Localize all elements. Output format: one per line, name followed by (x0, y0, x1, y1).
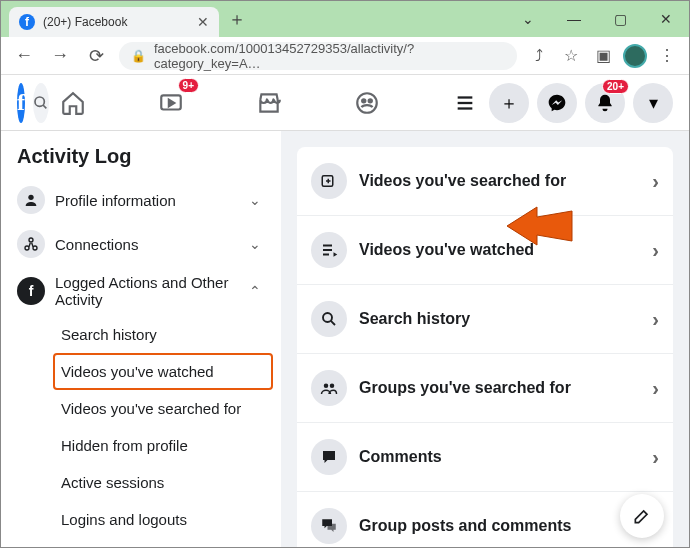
chevron-right-icon: › (652, 446, 659, 469)
watch-badge: 9+ (178, 78, 199, 93)
row-label: Videos you've searched for (359, 172, 640, 190)
notifications-bell-icon[interactable]: 20+ (585, 83, 625, 123)
messenger-icon[interactable] (537, 83, 577, 123)
groups-icon[interactable] (343, 82, 391, 124)
chevron-down-icon: ⌄ (245, 236, 265, 252)
window-close-button[interactable]: ✕ (643, 1, 689, 37)
row-groups-searched[interactable]: Groups you've searched for › (297, 354, 673, 423)
svg-line-1 (43, 105, 46, 108)
favicon-facebook: f (19, 14, 35, 30)
sidebar: Activity Log Profile information ⌄ Conne… (1, 131, 281, 548)
sidebar-item-profile-info[interactable]: Profile information ⌄ (9, 178, 273, 222)
nav-forward-button[interactable]: → (47, 43, 73, 69)
sidebar-sub-groups-searched[interactable]: Groups you've searched for (53, 538, 273, 548)
connections-icon (17, 230, 45, 258)
people-icon (311, 370, 347, 406)
svg-point-5 (369, 99, 372, 102)
marketplace-icon[interactable] (245, 82, 293, 124)
row-label: Search history (359, 310, 640, 328)
svg-point-11 (33, 246, 37, 250)
bookmark-star-icon[interactable]: ☆ (559, 44, 583, 68)
sidebar-sub-videos-watched[interactable]: Videos you've watched (53, 353, 273, 390)
svg-point-14 (323, 313, 332, 322)
row-label: Comments (359, 448, 640, 466)
extension-icon[interactable]: ▣ (591, 44, 615, 68)
row-label: Group posts and comments (359, 517, 640, 535)
window-dropdown-icon[interactable]: ⌄ (505, 1, 551, 37)
row-videos-searched[interactable]: Videos you've searched for › (297, 147, 673, 216)
sidebar-sub-search-history[interactable]: Search history (53, 316, 273, 353)
hamburger-menu-icon[interactable] (441, 82, 489, 124)
fb-search-button[interactable] (33, 83, 49, 123)
nav-reload-button[interactable]: ⟳ (83, 43, 109, 69)
lock-icon: 🔒 (131, 49, 146, 63)
svg-point-9 (28, 195, 33, 200)
activity-list-card: Videos you've searched for › Videos you'… (297, 147, 673, 548)
url-text: facebook.com/100013452729353/allactivity… (154, 41, 505, 71)
sidebar-sub-active-sessions[interactable]: Active sessions (53, 464, 273, 501)
sidebar-item-connections[interactable]: Connections ⌄ (9, 222, 273, 266)
sidebar-sub-hidden-profile[interactable]: Hidden from profile (53, 427, 273, 464)
chevron-right-icon: › (652, 308, 659, 331)
omnibox[interactable]: 🔒 facebook.com/100013452729353/allactivi… (119, 42, 517, 70)
sidebar-item-label: Logged Actions and Other Activity (55, 274, 235, 308)
svg-point-16 (324, 384, 329, 389)
chat-bubble-icon (311, 439, 347, 475)
main-panel: Videos you've searched for › Videos you'… (281, 131, 689, 548)
share-icon[interactable]: ⤴ (527, 44, 551, 68)
browser-menu-icon[interactable]: ⋮ (655, 44, 679, 68)
video-add-icon (311, 163, 347, 199)
tab-close-icon[interactable]: ✕ (197, 14, 209, 30)
svg-line-15 (331, 321, 335, 325)
page-title: Activity Log (9, 141, 273, 178)
create-plus-button[interactable]: ＋ (489, 83, 529, 123)
sidebar-item-label: Profile information (55, 192, 235, 209)
row-group-posts[interactable]: Group posts and comments › (297, 492, 673, 548)
chevron-right-icon: › (652, 170, 659, 193)
window-maximize-button[interactable]: ▢ (597, 1, 643, 37)
play-list-icon (311, 232, 347, 268)
tab-title: (20+) Facebook (43, 15, 189, 29)
new-tab-button[interactable]: ＋ (223, 5, 251, 33)
chevron-right-icon: › (652, 239, 659, 262)
notifications-badge: 20+ (602, 79, 629, 94)
row-comments[interactable]: Comments › (297, 423, 673, 492)
chevron-down-icon: ⌄ (245, 192, 265, 208)
browser-tab[interactable]: f (20+) Facebook ✕ (9, 7, 219, 37)
group-chat-icon (311, 508, 347, 544)
window-minimize-button[interactable]: — (551, 1, 597, 37)
row-label: Groups you've searched for (359, 379, 640, 397)
facebook-small-icon: f (17, 277, 45, 305)
row-videos-watched[interactable]: Videos you've watched › (297, 216, 673, 285)
row-label: Videos you've watched (359, 241, 640, 259)
sidebar-item-label: Connections (55, 236, 235, 253)
magnify-icon (311, 301, 347, 337)
watch-icon[interactable]: 9+ (147, 82, 195, 124)
svg-point-12 (29, 238, 33, 242)
svg-point-10 (25, 246, 29, 250)
facebook-logo[interactable]: f (17, 83, 25, 123)
nav-back-button[interactable]: ← (11, 43, 37, 69)
svg-point-4 (362, 99, 365, 102)
chevron-up-icon: ⌃ (245, 283, 265, 299)
row-search-history[interactable]: Search history › (297, 285, 673, 354)
account-dropdown-button[interactable]: ▾ (633, 83, 673, 123)
home-icon[interactable] (49, 82, 97, 124)
chevron-right-icon: › (652, 377, 659, 400)
sidebar-item-logged-actions[interactable]: f Logged Actions and Other Activity ⌃ (9, 266, 273, 316)
sidebar-sub-logins-logouts[interactable]: Logins and logouts (53, 501, 273, 538)
person-icon (17, 186, 45, 214)
profile-avatar[interactable] (623, 44, 647, 68)
svg-point-17 (330, 384, 335, 389)
sidebar-sub-videos-searched[interactable]: Videos you've searched for (53, 390, 273, 427)
svg-point-0 (35, 97, 44, 106)
svg-point-3 (357, 93, 377, 113)
compose-fab-button[interactable] (620, 494, 664, 538)
